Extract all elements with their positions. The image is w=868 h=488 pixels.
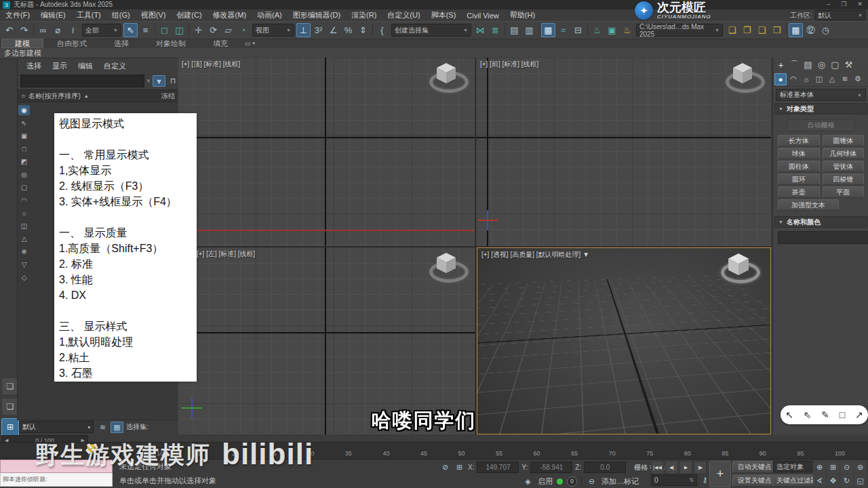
angle-snap-icon[interactable]: ∠: [326, 23, 340, 37]
keyframe-marker-icon[interactable]: ◈: [522, 476, 534, 487]
menu-item[interactable]: 渲染(R): [346, 10, 382, 20]
ribbon-tab[interactable]: 建模: [1, 39, 43, 48]
menu-item[interactable]: 自定义(U): [382, 10, 425, 20]
selection-filter-dropdown[interactable]: 全部▼: [82, 24, 121, 37]
listener-script-row[interactable]: 脚本迷你侦听器:: [0, 473, 113, 487]
space-warps-icon[interactable]: ≋: [839, 73, 851, 85]
viewport-front-label[interactable]: [+] [前] [标准] [线框]: [480, 60, 538, 69]
go-to-start-button[interactable]: |◀◀: [651, 461, 664, 474]
spinner-snap-icon[interactable]: ⇕: [356, 23, 370, 37]
time-slider-handle[interactable]: [87, 444, 95, 453]
viewport-left[interactable]: [+] [左] [标准] [线框]: [178, 247, 475, 434]
project-path-dropdown[interactable]: C:\Users\ad…ds Max 2025▼: [636, 24, 723, 37]
spinner-icon[interactable]: ⇅: [689, 477, 694, 483]
object-type-button[interactable]: 茶壶: [778, 186, 820, 198]
object-type-button[interactable]: 长方体: [778, 135, 820, 146]
explorer-grid-icon[interactable]: ▦: [111, 422, 123, 433]
save-scene-icon[interactable]: ❐: [740, 23, 754, 37]
set-keys-button[interactable]: +: [709, 461, 731, 487]
z-coordinate-field[interactable]: 0.0: [584, 462, 626, 473]
create-tab[interactable]: ＋: [774, 58, 787, 71]
layers-icon[interactable]: ≋: [96, 422, 109, 433]
ribbon-tab[interactable]: 选择: [100, 39, 142, 48]
separator[interactable]: [189, 23, 189, 35]
select-by-name-icon[interactable]: ≡: [138, 23, 153, 37]
explorer-menu-item[interactable]: 编辑: [73, 61, 98, 71]
display-shapes-icon[interactable]: ◠: [18, 195, 30, 205]
schematic-view-icon[interactable]: ⊟: [571, 23, 585, 37]
time-configuration-icon[interactable]: ◷: [818, 23, 833, 37]
zoom-extents-icon[interactable]: ⊙: [840, 461, 853, 474]
timeline[interactable]: 0510152025303540455055606570758085909510…: [0, 442, 868, 460]
curve-editor-icon[interactable]: ≈: [556, 23, 570, 37]
display-tab[interactable]: ▢: [829, 58, 842, 71]
workspace-dropdown[interactable]: 默认 ▼: [815, 10, 865, 20]
object-type-rollout[interactable]: ▼ 对象类型: [774, 103, 867, 115]
viewport-top[interactable]: [+] [顶] [标准] [线框]: [178, 58, 475, 246]
display-lights-icon[interactable]: ☼: [18, 208, 30, 218]
freeze-icon[interactable]: ❄: [18, 247, 30, 257]
menu-item[interactable]: 图形编辑器(D): [288, 10, 346, 20]
autogrid-toggle[interactable]: 自动栅格: [787, 119, 855, 131]
view-cube[interactable]: [719, 252, 757, 286]
viewport-perspective-label[interactable]: [+] [透视] [高质量] [默认明暗处理] ▼: [481, 250, 589, 260]
systems-icon[interactable]: ⚙: [852, 73, 864, 85]
view-cube[interactable]: [427, 251, 465, 285]
object-type-button[interactable]: 平面: [823, 186, 865, 198]
y-coordinate-field[interactable]: -58.941: [530, 462, 572, 473]
select-none-icon[interactable]: □: [18, 144, 30, 154]
toggle-layer-explorer-icon[interactable]: ▥: [522, 23, 536, 37]
play-button[interactable]: ▶: [679, 461, 692, 474]
view-cube[interactable]: [724, 62, 762, 96]
separator[interactable]: [786, 23, 787, 35]
toggle-ribbon-icon[interactable]: ▦: [541, 23, 555, 37]
shapes-icon[interactable]: ◠: [787, 73, 800, 85]
display-helpers-icon[interactable]: △: [18, 234, 30, 244]
field-of-view-icon[interactable]: ∢: [813, 474, 826, 487]
isolate-selection-icon[interactable]: ⊘: [439, 462, 451, 473]
reference-coordinate-dropdown[interactable]: 视图▼: [252, 24, 294, 37]
object-type-button[interactable]: 球体: [778, 148, 820, 159]
next-frame-button[interactable]: |▶: [694, 461, 707, 474]
maximize-viewport-icon[interactable]: ◱: [854, 474, 867, 487]
show-all-icon[interactable]: ◎: [18, 169, 30, 180]
x-coordinate-field[interactable]: 149.707: [477, 462, 519, 473]
name-color-rollout[interactable]: ▼ 名称和颜色: [774, 216, 867, 228]
viewport-layout-tab-c[interactable]: ⊞: [1, 418, 19, 436]
menu-item[interactable]: 脚本(S): [426, 10, 462, 20]
utilities-tab[interactable]: ⚒: [842, 58, 855, 71]
object-type-button[interactable]: 圆柱体: [778, 161, 820, 172]
explorer-menu-item[interactable]: 自定义: [99, 61, 131, 71]
export-icon[interactable]: ❒: [770, 23, 784, 37]
minimize-button[interactable]: –: [827, 1, 830, 7]
view-cube-box[interactable]: [728, 253, 749, 275]
close-button[interactable]: ✕: [857, 1, 863, 7]
menu-item[interactable]: 帮助(H): [505, 10, 540, 20]
use-pivot-point-icon[interactable]: ⊥: [296, 23, 311, 37]
object-name-input[interactable]: [778, 231, 868, 244]
viewport-front[interactable]: [+] [前] [标准] [线框]: [476, 58, 771, 246]
menu-item[interactable]: Civil View: [461, 12, 504, 20]
menu-item[interactable]: 视图(V): [136, 10, 172, 20]
auto-key-button[interactable]: 自动关键点: [732, 461, 777, 473]
maxscript-mini-listener[interactable]: 脚本迷你侦听器:: [0, 460, 113, 488]
display-geometry-icon[interactable]: ▢: [18, 182, 30, 192]
filter-icon[interactable]: ▼: [153, 75, 165, 87]
menu-item[interactable]: 工具(T): [71, 10, 106, 20]
ribbon-tab[interactable]: 对象绘制: [142, 39, 199, 48]
pen-icon[interactable]: ✎: [821, 409, 829, 420]
window-crossing-icon[interactable]: ◫: [172, 23, 186, 37]
rectangular-selection-region-icon[interactable]: ◻: [157, 23, 172, 37]
menu-item[interactable]: 编辑(E): [35, 10, 71, 20]
separator[interactable]: [155, 23, 155, 35]
lights-icon[interactable]: ☼: [800, 73, 812, 85]
object-type-button[interactable]: 圆锥体: [823, 135, 865, 146]
text-plus-button[interactable]: 加强型文本: [778, 199, 839, 211]
render-production-icon[interactable]: ♨: [620, 23, 634, 37]
separator[interactable]: [372, 23, 373, 35]
hierarchy-tab[interactable]: ▤: [802, 58, 814, 71]
view-cube-box[interactable]: [437, 63, 456, 83]
named-selection-set-field[interactable]: 创建选择集▼: [391, 24, 471, 37]
undo-icon[interactable]: ↶: [2, 23, 16, 37]
select-all-icon[interactable]: ▣: [18, 131, 30, 141]
